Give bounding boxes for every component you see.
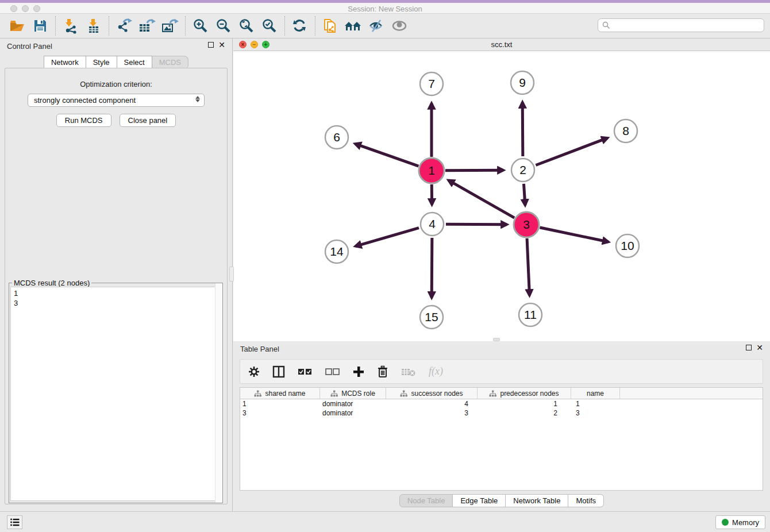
graph-edge-4-15[interactable] — [432, 238, 432, 298]
import-network-button[interactable] — [59, 16, 82, 36]
cell-mcds-role[interactable]: dominator — [320, 409, 386, 417]
graph-edge-3-1[interactable] — [449, 180, 515, 218]
optimization-criterion-dropdown[interactable]: strongly connected component — [28, 94, 205, 107]
cell-name[interactable]: 1 — [571, 400, 620, 408]
mcds-result-textarea[interactable]: 1 3 — [10, 287, 221, 501]
tab-edge-table[interactable]: Edge Table — [453, 494, 506, 507]
toolbar-separator — [109, 16, 109, 36]
node-table[interactable]: shared name MCDS role — [240, 387, 763, 491]
column-header-name[interactable]: name — [571, 388, 620, 399]
graph-node-label-6: 6 — [333, 130, 340, 144]
hide-selected-button[interactable] — [365, 16, 388, 36]
graph-edge-4-3[interactable] — [446, 224, 507, 225]
import-table-icon — [86, 18, 102, 34]
column-label: successor nodes — [411, 390, 463, 398]
network-graph: 7968124314101511 — [233, 51, 770, 341]
node-table-header: shared name MCDS role — [240, 388, 763, 399]
control-panel-header: Control Panel ✕ — [0, 38, 232, 53]
graph-node-label-15: 15 — [425, 310, 438, 323]
zoom-fit-icon — [238, 18, 255, 34]
column-label: MCDS role — [341, 390, 375, 398]
table-panel-title: Table Panel — [240, 345, 279, 353]
column-namespace-icon — [400, 390, 407, 397]
export-network-button[interactable] — [113, 16, 136, 36]
tab-motifs[interactable]: Motifs — [568, 494, 604, 507]
network-canvas[interactable]: 7968124314101511 — [233, 51, 770, 341]
cell-shared-name[interactable]: 3 — [240, 409, 320, 417]
graph-edge-2-8[interactable] — [536, 138, 607, 165]
graph-edge-1-6[interactable] — [355, 144, 418, 166]
export-image-button[interactable] — [159, 16, 182, 36]
graph-edge-3-10[interactable] — [540, 228, 608, 242]
result-scrollbar[interactable] — [215, 283, 222, 503]
graph-node-label-14: 14 — [330, 245, 344, 258]
toolbar-separator — [55, 16, 56, 36]
graph-edge-4-14[interactable] — [356, 228, 419, 246]
memory-status-dot — [722, 519, 729, 526]
import-table-button[interactable] — [82, 16, 105, 36]
search-icon — [602, 21, 611, 30]
export-table-icon — [138, 18, 156, 34]
graph-edge-3-11[interactable] — [527, 238, 529, 295]
panel-splitter-handle[interactable] — [229, 267, 234, 282]
cell-mcds-role[interactable]: dominator — [320, 400, 386, 408]
cell-predecessor-nodes[interactable]: 2 — [478, 409, 571, 417]
column-label: predecessor nodes — [500, 390, 559, 398]
select-all-columns-icon[interactable] — [298, 368, 313, 376]
memory-button[interactable]: Memory — [715, 515, 765, 529]
show-columns-icon[interactable] — [272, 365, 285, 378]
delete-column-trash-icon[interactable] — [377, 365, 388, 378]
open-session-button[interactable] — [6, 16, 29, 36]
toolbar-separator — [284, 16, 285, 36]
cell-shared-name[interactable]: 1 — [240, 400, 320, 408]
status-bar: Memory — [0, 511, 770, 532]
function-builder-icon-disabled: f(x) — [429, 365, 443, 377]
apply-layout-button[interactable] — [288, 16, 311, 36]
column-header-mcds-role[interactable]: MCDS role — [320, 388, 386, 399]
column-header-successor-nodes[interactable]: successor nodes — [386, 388, 478, 399]
float-table-panel-icon[interactable] — [746, 345, 752, 350]
run-mcds-button[interactable]: Run MCDS — [56, 114, 111, 127]
table-panel-header: Table Panel ✕ — [233, 341, 770, 356]
create-column-plus-icon[interactable] — [353, 366, 364, 377]
cell-successor-nodes[interactable]: 3 — [386, 409, 478, 417]
graph-edge-2-9[interactable] — [522, 102, 523, 156]
network-window-titlebar[interactable]: × − + scc.txt — [233, 38, 770, 51]
import-network-icon — [63, 18, 79, 34]
graph-node-label-4: 4 — [429, 217, 436, 230]
export-table-button[interactable] — [136, 16, 159, 36]
zoom-out-button[interactable] — [212, 16, 235, 36]
cell-predecessor-nodes[interactable]: 1 — [478, 400, 571, 408]
table-row[interactable]: 3 dominator 3 2 3 — [240, 408, 763, 418]
control-panel-title: Control Panel — [7, 42, 52, 51]
column-header-shared-name[interactable]: shared name — [240, 388, 320, 399]
task-history-button[interactable] — [7, 515, 22, 529]
first-neighbors-button[interactable] — [342, 16, 365, 36]
save-session-button[interactable] — [29, 16, 52, 36]
clone-network-button[interactable] — [319, 16, 342, 36]
zoom-fit-button[interactable] — [235, 16, 258, 36]
search-input[interactable] — [611, 20, 764, 31]
close-table-panel-icon[interactable]: ✕ — [756, 345, 763, 350]
column-header-predecessor-nodes[interactable]: predecessor nodes — [478, 388, 571, 399]
toolbar-search-field[interactable] — [598, 18, 764, 32]
close-panel-button[interactable]: Close panel — [120, 114, 176, 127]
zoom-in-button[interactable] — [189, 16, 212, 36]
table-toolbar: f(x) — [240, 359, 763, 384]
cell-successor-nodes[interactable]: 4 — [386, 400, 478, 408]
graph-edge-2-3[interactable] — [524, 184, 525, 205]
float-panel-icon[interactable] — [208, 42, 214, 48]
show-all-button[interactable] — [388, 16, 411, 36]
graph-edge-1-2[interactable] — [445, 170, 503, 171]
eye-icon — [391, 18, 408, 33]
tab-network-table[interactable]: Network Table — [506, 494, 568, 507]
zoom-selected-button[interactable] — [258, 16, 281, 36]
network-window-title: scc.txt — [233, 40, 770, 49]
tab-node-table[interactable]: Node Table — [399, 494, 453, 507]
table-row[interactable]: 1 dominator 4 1 1 — [240, 399, 763, 408]
table-settings-gear-icon[interactable] — [248, 366, 260, 377]
cell-name[interactable]: 3 — [571, 409, 620, 417]
clone-network-icon — [322, 17, 338, 34]
unselect-all-columns-icon[interactable] — [325, 368, 340, 376]
close-panel-icon[interactable]: ✕ — [218, 42, 225, 48]
